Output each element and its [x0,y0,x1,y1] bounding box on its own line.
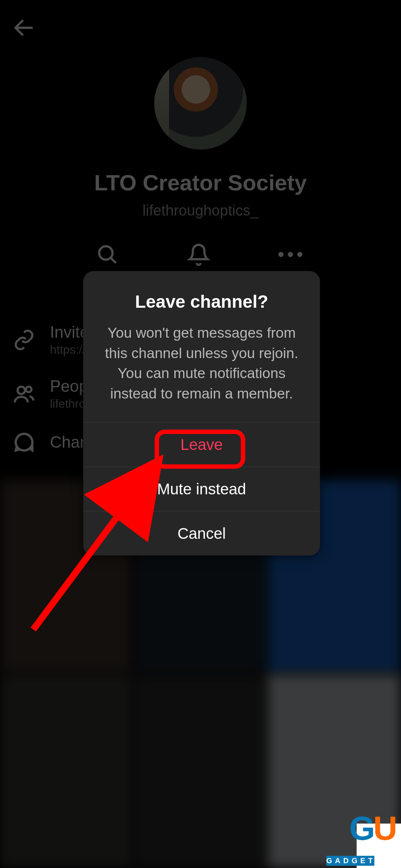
svg-point-0 [99,246,112,260]
watermark-g: G [349,809,375,848]
watermark-u: U [373,809,397,848]
more-icon: ••• [280,243,303,266]
people-title: Peop [50,377,88,395]
media-tile[interactable] [0,674,134,868]
channel-title: LTO Creator Society [0,170,401,196]
dialog-body: You won't get messages from this channel… [99,323,304,404]
dialog-title: Leave channel? [99,291,304,312]
channel-subtitle: lifethroughoptics_ [0,202,401,219]
cancel-button[interactable]: Cancel [83,511,320,555]
chat-icon [13,431,35,453]
channel-avatar[interactable] [154,57,247,150]
svg-point-2 [26,387,31,392]
people-sub: lifethro [50,397,88,411]
search-icon [96,243,119,266]
people-icon [13,383,35,405]
watermark-logo: G U GADGETS [320,809,401,868]
mute-instead-button[interactable]: Mute instead [83,467,320,511]
bell-icon [187,243,210,266]
leave-button[interactable]: Leave [83,422,320,467]
leave-channel-dialog: Leave channel? You won't get messages fr… [83,271,320,555]
back-arrow-icon[interactable] [11,36,37,42]
watermark-label: GADGETS [326,856,374,866]
svg-point-1 [18,387,25,394]
media-tile[interactable] [134,674,267,868]
link-icon [13,329,35,351]
